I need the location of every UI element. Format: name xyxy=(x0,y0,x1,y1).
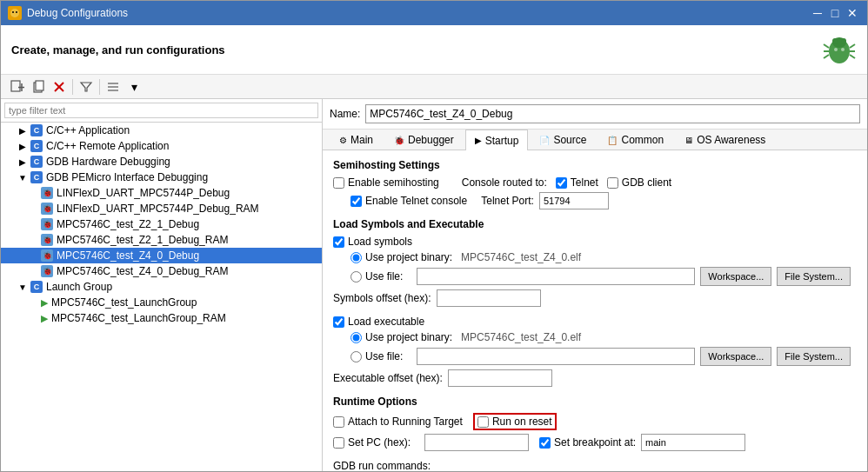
name-input[interactable] xyxy=(365,104,860,123)
tree-item-linflex-d-ram[interactable]: 🐞 LINFlexD_UART_MPC5744P_Debug_RAM xyxy=(1,201,322,216)
telnet-label[interactable]: Telnet xyxy=(556,176,598,189)
tab-debugger[interactable]: 🐞 Debugger xyxy=(384,130,464,150)
tree-item-mpc-z4-ram[interactable]: 🐞 MPC5746C_test_Z4_0_Debug_RAM xyxy=(1,263,322,279)
maximize-button[interactable]: □ xyxy=(827,6,843,20)
svg-point-1 xyxy=(12,11,14,13)
tree-item-mpc-z4[interactable]: 🐞 MPC5746C_test_Z4_0_Debug xyxy=(1,248,322,263)
gdb-commands-label: GDB run commands: xyxy=(333,460,431,471)
tree-item-mpc-z2-ram[interactable]: 🐞 MPC5746C_test_Z2_1_Debug_RAM xyxy=(1,232,322,248)
use-file2-input[interactable] xyxy=(417,348,695,365)
run-on-reset-label[interactable]: Run on reset xyxy=(475,415,555,429)
tab-common[interactable]: 📋 Common xyxy=(598,130,673,150)
use-file-radio-label[interactable]: Use file: xyxy=(351,270,403,283)
gdb-client-label[interactable]: GDB client xyxy=(607,176,671,189)
run-on-reset-checkbox[interactable] xyxy=(477,416,489,428)
title-bar-left: Debug Configurations xyxy=(8,6,128,20)
title-bar: Debug Configurations ─ □ ✕ xyxy=(1,1,867,25)
set-pc-row: Set PC (hex): Set breakpoint at: xyxy=(333,434,857,451)
toggle-launch-group: ▼ xyxy=(18,283,27,292)
workspace-button-1[interactable]: Workspace... xyxy=(700,267,771,286)
telnet-port-input[interactable] xyxy=(539,192,609,209)
filter-box xyxy=(1,99,322,123)
svg-point-6 xyxy=(841,38,846,43)
window-icon xyxy=(8,6,22,20)
svg-rect-15 xyxy=(11,81,20,91)
use-project-binary-radio[interactable] xyxy=(351,252,362,263)
right-panel: Name: ⚙ Main 🐞 Debugger ▶ Startup � xyxy=(323,99,867,471)
set-pc-checkbox[interactable] xyxy=(333,437,344,449)
telnet-console-row: Enable Telnet console Telnet Port: xyxy=(333,192,857,209)
use-project-binary2-radio-label[interactable]: Use project binary: xyxy=(351,331,452,343)
file-system-button-1[interactable]: File System... xyxy=(777,267,851,286)
debugger-tab-icon: 🐞 xyxy=(394,136,404,145)
tree-item-gdb-hardware[interactable]: ▶ C GDB Hardware Debugging xyxy=(1,154,322,170)
toggle-gdb-pemicro: ▼ xyxy=(18,173,27,183)
workspace-button-2[interactable]: Workspace... xyxy=(700,347,771,366)
enable-telnet-checkbox[interactable] xyxy=(351,196,362,207)
new-config-button[interactable] xyxy=(8,77,27,96)
configurations-toolbar: ▾ xyxy=(1,75,867,99)
use-project-binary-radio-label[interactable]: Use project binary: xyxy=(351,251,452,263)
use-file-row: Use file: Workspace... File System... xyxy=(333,267,857,286)
tab-startup[interactable]: ▶ Startup xyxy=(465,130,529,150)
load-executable-checkbox[interactable] xyxy=(333,316,344,328)
tree-item-linflex-d[interactable]: 🐞 LINFlexD_UART_MPC5744P_Debug xyxy=(1,185,322,201)
tree-item-launch1[interactable]: ▶ MPC5746C_test_LaunchGroup xyxy=(1,295,322,310)
filter-button[interactable] xyxy=(77,77,96,96)
tree-item-cpp-remote[interactable]: ▶ C C/C++ Remote Application xyxy=(1,138,322,154)
common-tab-icon: 📋 xyxy=(607,136,618,145)
delete-config-button[interactable] xyxy=(50,77,69,96)
use-project-binary2-radio[interactable] xyxy=(351,332,362,343)
toggle-cpp-app: ▶ xyxy=(18,126,27,136)
symbols-offset-input[interactable] xyxy=(437,289,541,307)
svg-point-2 xyxy=(16,11,17,13)
collapse-button[interactable] xyxy=(103,77,123,96)
tree-item-cpp-app[interactable]: ▶ C C/C++ Application xyxy=(1,123,322,138)
use-file-input[interactable] xyxy=(417,268,695,285)
project-binary2-value: MPC5746C_test_Z4_0.elf xyxy=(461,331,581,343)
svg-rect-19 xyxy=(36,81,43,90)
tree-item-mpc-z2[interactable]: 🐞 MPC5746C_test_Z2_1_Debug xyxy=(1,216,322,232)
tree-item-launch-group[interactable]: ▼ C Launch Group xyxy=(1,279,322,295)
duplicate-config-button[interactable] xyxy=(29,77,48,96)
svg-point-14 xyxy=(841,48,845,51)
console-label: Console routed to: xyxy=(462,176,547,189)
exec-offset-input[interactable] xyxy=(448,369,552,387)
load-symbols-checkbox[interactable] xyxy=(333,236,344,248)
use-file2-radio-label[interactable]: Use file: xyxy=(351,350,403,362)
icon-launch1: ▶ xyxy=(41,297,48,309)
set-pc-label[interactable]: Set PC (hex): xyxy=(333,436,411,449)
load-executable-label[interactable]: Load executable xyxy=(333,316,424,328)
main-content: ▶ C C/C++ Application ▶ C C/C++ Remote A… xyxy=(1,99,867,471)
filter-input[interactable] xyxy=(4,103,318,118)
enable-telnet-label[interactable]: Enable Telnet console xyxy=(351,195,467,207)
svg-point-13 xyxy=(834,48,838,51)
tab-source[interactable]: 📄 Source xyxy=(530,130,596,150)
tree-item-launch2[interactable]: ▶ MPC5746C_test_LaunchGroup_RAM xyxy=(1,310,322,326)
load-symbols-label[interactable]: Load symbols xyxy=(333,236,412,248)
tab-os-awareness[interactable]: 🖥 OS Awareness xyxy=(675,130,775,150)
gdb-client-checkbox[interactable] xyxy=(607,177,618,189)
set-breakpoint-label[interactable]: Set breakpoint at: xyxy=(539,436,636,449)
set-breakpoint-input[interactable] xyxy=(641,434,745,451)
load-executable-checkbox-row: Load executable xyxy=(333,316,857,328)
runtime-options-row: Attach to Running Target Run on reset xyxy=(333,413,857,430)
startup-tab-icon: ▶ xyxy=(475,136,482,145)
exec-offset-label: Executable offset (hex): xyxy=(333,372,443,384)
expand-button[interactable]: ▾ xyxy=(124,77,144,96)
name-row: Name: xyxy=(323,99,867,130)
use-file-radio[interactable] xyxy=(351,271,362,283)
enable-semihosting-checkbox[interactable] xyxy=(333,177,344,189)
attach-running-target-label[interactable]: Attach to Running Target xyxy=(333,415,463,428)
minimize-button[interactable]: ─ xyxy=(810,6,825,20)
use-file2-radio[interactable] xyxy=(351,351,362,362)
telnet-checkbox[interactable] xyxy=(556,177,567,189)
set-breakpoint-checkbox[interactable] xyxy=(539,437,551,449)
set-pc-input[interactable] xyxy=(424,434,529,451)
close-button[interactable]: ✕ xyxy=(845,6,860,20)
enable-semihosting-label[interactable]: Enable semihosting xyxy=(333,176,439,189)
file-system-button-2[interactable]: File System... xyxy=(777,347,851,366)
attach-running-target-checkbox[interactable] xyxy=(333,416,344,428)
tab-main[interactable]: ⚙ Main xyxy=(330,130,383,150)
tree-item-gdb-pemicro[interactable]: ▼ C GDB PEMicro Interface Debugging xyxy=(1,170,322,185)
